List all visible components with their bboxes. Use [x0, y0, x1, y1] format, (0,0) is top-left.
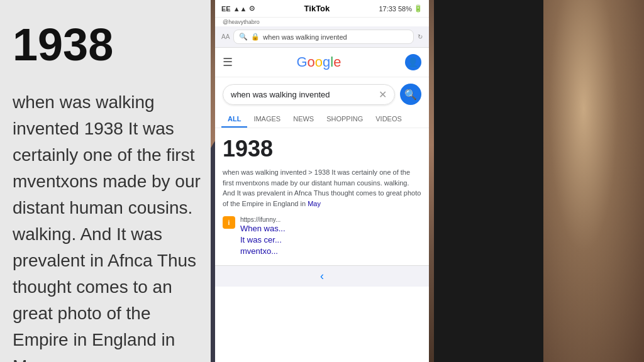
phone-container: EE ▲▲ ⊙ TikTok 17:33 58% 🔋 @heavythabro …	[215, 0, 429, 362]
background-face-blur	[543, 0, 644, 362]
signal-icon: ▲▲	[233, 5, 247, 13]
safari-refresh[interactable]: ↻	[418, 33, 423, 40]
search-box[interactable]: when was walking invented ✕ 🔍	[215, 77, 429, 111]
result-link-title-1[interactable]: When was...	[240, 223, 286, 234]
battery-level: 58%	[398, 5, 412, 13]
tab-shopping[interactable]: SHOPPING	[320, 111, 369, 128]
search-icon: 🔍	[239, 33, 248, 41]
google-page: ☰ Google 👤 when was walking invented ✕ 🔍…	[215, 48, 429, 265]
status-left: EE ▲▲ ⊙	[221, 4, 255, 13]
tab-news[interactable]: NEWS	[287, 111, 320, 128]
account-icon[interactable]: 👤	[405, 54, 421, 70]
menu-icon[interactable]: ☰	[223, 55, 233, 69]
safari-url-container[interactable]: 🔍 🔒 when was walking invented	[233, 30, 414, 44]
tab-videos[interactable]: VIDEOS	[369, 111, 408, 128]
result-url: https://ifunny...	[240, 216, 286, 223]
logo-g2: g	[323, 54, 330, 70]
tab-all[interactable]: ALL	[221, 111, 247, 128]
background-right	[543, 0, 644, 362]
safari-reader-controls[interactable]: AA	[221, 33, 230, 40]
carrier-label: EE	[221, 5, 231, 13]
account-avatar: 👤	[408, 57, 418, 67]
clear-search-icon[interactable]: ✕	[379, 89, 387, 101]
battery-icon: 🔋	[414, 4, 423, 13]
result-link-text: https://ifunny... When was... It was cer…	[240, 216, 286, 258]
search-input-container[interactable]: when was walking invented ✕	[223, 84, 395, 105]
background-year: 1938	[13, 19, 201, 70]
wifi-icon: ⊙	[249, 4, 255, 13]
tiktok-username: @heavythabro	[215, 18, 429, 26]
google-header: ☰ Google 👤	[215, 48, 429, 77]
time-display: 17:33	[379, 5, 396, 13]
result-year: 1938	[223, 136, 421, 162]
search-results: 1938 when was walking invented > 1938 It…	[215, 128, 429, 265]
logo-o1: o	[308, 54, 315, 70]
logo-e: e	[333, 54, 341, 70]
lock-icon: 🔒	[251, 33, 260, 41]
tab-images[interactable]: IMAGES	[247, 111, 287, 128]
snippet-highlight: May	[308, 200, 321, 207]
background-text: when was walking invented 1938 It was ce…	[13, 89, 201, 362]
url-text[interactable]: when was walking invented	[263, 33, 408, 41]
search-magnifier-icon: 🔍	[404, 89, 417, 101]
search-input-text[interactable]: when was walking invented	[231, 90, 330, 99]
logo-o2: o	[315, 54, 323, 70]
safari-bottom-nav[interactable]: ‹	[215, 265, 429, 287]
result-snippet: when was walking invented > 1938 It was …	[223, 167, 421, 209]
snippet-query: when was walking invented >	[223, 168, 314, 176]
text-size-icon: AA	[221, 33, 230, 40]
safari-url-bar[interactable]: AA 🔍 🔒 when was walking invented ↻	[215, 26, 429, 48]
search-button[interactable]: 🔍	[400, 84, 421, 105]
status-right: 17:33 58% 🔋	[379, 4, 423, 13]
safari-back-button[interactable]: ‹	[320, 270, 324, 283]
result-link-container[interactable]: i https://ifunny... When was... It was c…	[223, 216, 421, 258]
refresh-icon[interactable]: ↻	[418, 33, 423, 40]
search-tabs: ALL IMAGES NEWS SHOPPING VIDEOS	[215, 111, 429, 128]
logo-g: G	[296, 54, 307, 70]
google-logo: Google	[296, 54, 341, 70]
background-left: 1938 when was walking invented 1938 It w…	[0, 0, 214, 362]
ifunny-icon: i	[223, 216, 235, 229]
result-link-title-3[interactable]: mventxo...	[240, 246, 286, 257]
tiktok-status-bar: EE ▲▲ ⊙ TikTok 17:33 58% 🔋	[215, 0, 429, 18]
tiktok-app-title: TikTok	[304, 4, 330, 13]
result-link-title-2[interactable]: It was cer...	[240, 234, 286, 246]
